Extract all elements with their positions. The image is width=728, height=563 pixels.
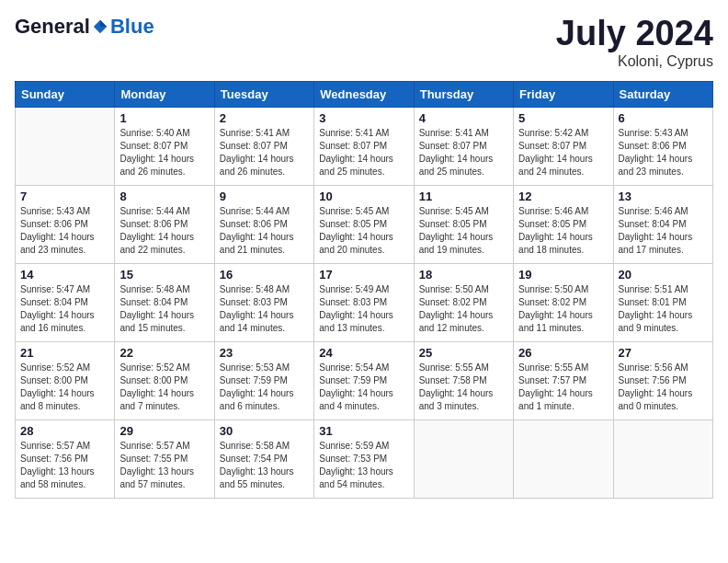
day-number: 12	[518, 190, 608, 203]
column-header-sunday: Sunday	[16, 81, 115, 107]
day-detail: Sunrise: 5:43 AM Sunset: 8:06 PM Dayligh…	[619, 127, 708, 178]
day-detail: Sunrise: 5:45 AM Sunset: 8:05 PM Dayligh…	[419, 205, 508, 257]
day-detail: Sunrise: 5:55 AM Sunset: 7:58 PM Dayligh…	[419, 362, 508, 413]
column-header-saturday: Saturday	[613, 81, 712, 107]
day-detail: Sunrise: 5:46 AM Sunset: 8:04 PM Dayligh…	[619, 205, 708, 257]
calendar-cell: 25Sunrise: 5:55 AM Sunset: 7:58 PM Dayli…	[414, 341, 513, 419]
day-detail: Sunrise: 5:53 AM Sunset: 7:59 PM Dayligh…	[220, 362, 309, 413]
day-number: 30	[220, 424, 309, 438]
day-number: 17	[319, 268, 408, 282]
day-detail: Sunrise: 5:41 AM Sunset: 8:07 PM Dayligh…	[319, 127, 408, 178]
calendar-cell: 4Sunrise: 5:41 AM Sunset: 8:07 PM Daylig…	[414, 107, 513, 185]
calendar-cell: 24Sunrise: 5:54 AM Sunset: 7:59 PM Dayli…	[314, 341, 414, 419]
calendar-cell: 16Sunrise: 5:48 AM Sunset: 8:03 PM Dayli…	[214, 263, 313, 341]
column-header-tuesday: Tuesday	[214, 81, 313, 107]
calendar-cell: 26Sunrise: 5:55 AM Sunset: 7:57 PM Dayli…	[514, 341, 613, 419]
logo-general-text: General	[15, 15, 90, 39]
day-number: 26	[518, 346, 608, 360]
page-header: General Blue July 2024 Koloni, Cyprus	[15, 15, 713, 70]
calendar-cell: 7Sunrise: 5:43 AM Sunset: 8:06 PM Daylig…	[16, 185, 115, 263]
day-detail: Sunrise: 5:49 AM Sunset: 8:03 PM Dayligh…	[319, 283, 408, 335]
day-detail: Sunrise: 5:52 AM Sunset: 8:00 PM Dayligh…	[20, 362, 109, 413]
day-number: 2	[220, 111, 309, 125]
week-row-4: 21Sunrise: 5:52 AM Sunset: 8:00 PM Dayli…	[16, 341, 713, 419]
day-number: 8	[119, 190, 209, 203]
calendar-cell: 22Sunrise: 5:52 AM Sunset: 8:00 PM Dayli…	[115, 341, 214, 419]
day-detail: Sunrise: 5:51 AM Sunset: 8:01 PM Dayligh…	[619, 283, 708, 335]
svg-marker-1	[100, 20, 107, 27]
day-detail: Sunrise: 5:52 AM Sunset: 8:00 PM Dayligh…	[119, 362, 209, 413]
day-number: 13	[619, 190, 708, 203]
day-number: 6	[619, 111, 708, 125]
day-detail: Sunrise: 5:50 AM Sunset: 8:02 PM Dayligh…	[518, 283, 608, 335]
calendar-cell: 30Sunrise: 5:58 AM Sunset: 7:54 PM Dayli…	[214, 419, 313, 498]
calendar-cell: 2Sunrise: 5:41 AM Sunset: 8:07 PM Daylig…	[214, 107, 313, 185]
logo: General Blue	[15, 15, 154, 39]
calendar-cell: 14Sunrise: 5:47 AM Sunset: 8:04 PM Dayli…	[16, 263, 115, 341]
day-number: 18	[419, 268, 508, 282]
day-detail: Sunrise: 5:41 AM Sunset: 8:07 PM Dayligh…	[220, 127, 309, 178]
day-number: 29	[119, 424, 209, 438]
week-row-2: 7Sunrise: 5:43 AM Sunset: 8:06 PM Daylig…	[16, 185, 713, 263]
day-detail: Sunrise: 5:44 AM Sunset: 8:06 PM Dayligh…	[220, 205, 309, 257]
day-number: 28	[20, 424, 109, 438]
day-number: 3	[319, 111, 408, 125]
day-number: 25	[419, 346, 508, 360]
calendar-cell: 5Sunrise: 5:42 AM Sunset: 8:07 PM Daylig…	[514, 107, 613, 185]
day-detail: Sunrise: 5:42 AM Sunset: 8:07 PM Dayligh…	[518, 127, 608, 178]
calendar-cell: 10Sunrise: 5:45 AM Sunset: 8:05 PM Dayli…	[314, 185, 414, 263]
calendar-cell: 6Sunrise: 5:43 AM Sunset: 8:06 PM Daylig…	[613, 107, 712, 185]
day-number: 4	[419, 111, 508, 125]
day-number: 24	[319, 346, 408, 360]
day-number: 1	[119, 111, 209, 125]
day-detail: Sunrise: 5:43 AM Sunset: 8:06 PM Dayligh…	[20, 205, 109, 257]
calendar-cell: 31Sunrise: 5:59 AM Sunset: 7:53 PM Dayli…	[314, 419, 414, 498]
day-detail: Sunrise: 5:40 AM Sunset: 8:07 PM Dayligh…	[119, 127, 209, 178]
logo-icon	[92, 18, 108, 35]
day-number: 10	[319, 190, 408, 203]
calendar-cell: 15Sunrise: 5:48 AM Sunset: 8:04 PM Dayli…	[115, 263, 214, 341]
day-number: 19	[518, 268, 608, 282]
calendar-cell: 27Sunrise: 5:56 AM Sunset: 7:56 PM Dayli…	[613, 341, 712, 419]
day-detail: Sunrise: 5:48 AM Sunset: 8:04 PM Dayligh…	[119, 283, 209, 335]
calendar-cell: 17Sunrise: 5:49 AM Sunset: 8:03 PM Dayli…	[314, 263, 414, 341]
day-number: 9	[220, 190, 309, 203]
day-number: 23	[220, 346, 309, 360]
column-header-friday: Friday	[514, 81, 613, 107]
calendar-cell: 12Sunrise: 5:46 AM Sunset: 8:05 PM Dayli…	[514, 185, 613, 263]
calendar-table: SundayMondayTuesdayWednesdayThursdayFrid…	[15, 81, 713, 499]
day-number: 7	[20, 190, 109, 203]
calendar-cell: 9Sunrise: 5:44 AM Sunset: 8:06 PM Daylig…	[214, 185, 313, 263]
calendar-cell: 3Sunrise: 5:41 AM Sunset: 8:07 PM Daylig…	[314, 107, 414, 185]
day-number: 15	[119, 268, 209, 282]
week-row-3: 14Sunrise: 5:47 AM Sunset: 8:04 PM Dayli…	[16, 263, 713, 341]
week-row-1: 1Sunrise: 5:40 AM Sunset: 8:07 PM Daylig…	[16, 107, 713, 185]
day-number: 22	[119, 346, 209, 360]
calendar-cell: 18Sunrise: 5:50 AM Sunset: 8:02 PM Dayli…	[414, 263, 513, 341]
calendar-cell: 11Sunrise: 5:45 AM Sunset: 8:05 PM Dayli…	[414, 185, 513, 263]
calendar-cell	[613, 419, 712, 498]
day-detail: Sunrise: 5:48 AM Sunset: 8:03 PM Dayligh…	[220, 283, 309, 335]
calendar-cell: 29Sunrise: 5:57 AM Sunset: 7:55 PM Dayli…	[115, 419, 214, 498]
day-number: 27	[619, 346, 708, 360]
column-header-monday: Monday	[115, 81, 214, 107]
day-detail: Sunrise: 5:57 AM Sunset: 7:55 PM Dayligh…	[119, 440, 209, 491]
page-title: July 2024	[556, 15, 713, 53]
day-detail: Sunrise: 5:47 AM Sunset: 8:04 PM Dayligh…	[20, 283, 109, 335]
calendar-cell: 28Sunrise: 5:57 AM Sunset: 7:56 PM Dayli…	[16, 419, 115, 498]
day-detail: Sunrise: 5:55 AM Sunset: 7:57 PM Dayligh…	[518, 362, 608, 413]
calendar-cell: 8Sunrise: 5:44 AM Sunset: 8:06 PM Daylig…	[115, 185, 214, 263]
day-number: 14	[20, 268, 109, 282]
day-detail: Sunrise: 5:59 AM Sunset: 7:53 PM Dayligh…	[319, 440, 408, 491]
calendar-cell: 1Sunrise: 5:40 AM Sunset: 8:07 PM Daylig…	[115, 107, 214, 185]
calendar-cell: 20Sunrise: 5:51 AM Sunset: 8:01 PM Dayli…	[613, 263, 712, 341]
day-number: 5	[518, 111, 608, 125]
day-number: 11	[419, 190, 508, 203]
calendar-cell: 21Sunrise: 5:52 AM Sunset: 8:00 PM Dayli…	[16, 341, 115, 419]
column-header-thursday: Thursday	[414, 81, 513, 107]
page-subtitle: Koloni, Cyprus	[556, 53, 713, 70]
day-detail: Sunrise: 5:57 AM Sunset: 7:56 PM Dayligh…	[20, 440, 109, 491]
title-block: July 2024 Koloni, Cyprus	[556, 15, 713, 70]
day-detail: Sunrise: 5:41 AM Sunset: 8:07 PM Dayligh…	[419, 127, 508, 178]
calendar-cell: 13Sunrise: 5:46 AM Sunset: 8:04 PM Dayli…	[613, 185, 712, 263]
